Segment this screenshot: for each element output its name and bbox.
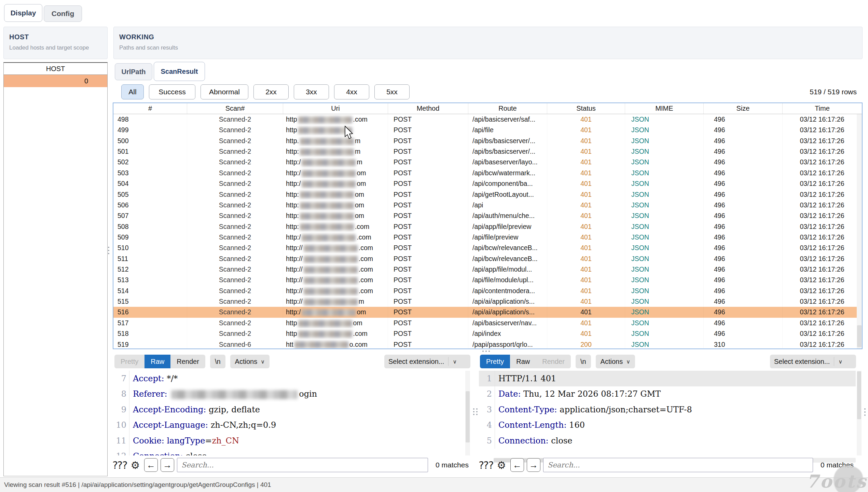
tab-config[interactable]: Config [44,5,82,22]
table-row-505[interactable]: 505Scanned-2http:omPOST/api/getRootLayou… [113,189,862,200]
filter-button-3xx[interactable]: 3xx [294,84,329,99]
line-number: 2 [479,389,495,399]
table-row-499[interactable]: 499Scanned-2httpPOST/api/file401JSON4960… [113,125,862,135]
filter-button-2xx[interactable]: 2xx [253,84,289,99]
table-row-512[interactable]: 512Scanned-2http://.comPOST/api/app/file… [113,264,862,275]
cell-mime: JSON [625,296,704,307]
tab-urlpath[interactable]: UrlPath [115,63,152,80]
request-tab-pretty[interactable]: Pretty [114,355,144,368]
column-header-size[interactable]: Size [704,103,783,114]
help-icon[interactable]: ⁇︎? [480,459,493,471]
response-search-input[interactable] [543,458,813,472]
response-select-extension-button[interactable]: Select extension... ∨ [770,355,856,368]
table-scroll-thumb[interactable] [857,325,862,347]
cell-uri: http.com [283,328,388,339]
response-scroll-thumb[interactable] [857,371,861,419]
response-line-2: 2Date: Thu, 12 Mar 2026 08:17:27 GMT [479,386,856,402]
panel-splitter-handle[interactable] [108,247,109,254]
column-header-time[interactable]: Time [783,103,862,114]
request-search-input[interactable] [177,458,428,472]
tab-scanresult[interactable]: ScanResult [154,62,205,81]
request-actions-button[interactable]: Actions∨ [230,355,270,368]
column-header-route[interactable]: Route [468,103,547,114]
editors-splitter-handle[interactable] [473,408,478,415]
table-row-518[interactable]: 518Scanned-2http.comPOST/api/index401JSO… [113,328,862,339]
redacted-uri-blur [300,149,354,155]
chevron-down-icon: ∨ [838,358,842,365]
help-icon[interactable]: ⁇︎? [114,459,126,471]
host-list-row[interactable]: 0 [4,75,107,87]
request-editor-content[interactable]: 7Accept: */*8Referer: ogin9Accept-Encodi… [113,371,472,455]
cell-size: 496 [704,275,783,285]
filter-button-abnormal[interactable]: Abnormal [201,84,248,99]
table-vertical-scrollbar[interactable] [857,114,862,348]
cell-size: 496 [704,318,783,328]
cell-time: 03/12 16:17:26 [783,232,862,243]
cell-num: 501 [113,146,187,157]
table-row-503[interactable]: 503Scanned-2http:/omPOST/api/bcw/waterma… [113,168,862,178]
search-prev-button[interactable]: ← [510,458,524,472]
request-newline-toggle[interactable]: \n [210,355,225,368]
request-vertical-scrollbar[interactable] [465,371,470,455]
column-header-status[interactable]: Status [547,103,625,114]
filter-button-5xx[interactable]: 5xx [374,84,410,99]
search-next-button[interactable]: → [161,458,174,472]
request-scroll-thumb[interactable] [466,391,470,442]
search-prev-button[interactable]: ← [144,458,158,472]
table-row-501[interactable]: 501Scanned-2http:mPOST/api/bs/basicserve… [113,146,862,157]
response-tab-render[interactable]: Render [536,355,571,368]
table-row-504[interactable]: 504Scanned-2http:/omPOST/api/component/b… [113,178,862,189]
table-row-507[interactable]: 507Scanned-2http:omPOST/api/auth/menu/ch… [113,210,862,221]
table-editor-splitter-handle[interactable] [482,351,490,352]
cell-mime: JSON [625,136,704,146]
table-row-511[interactable]: 511Scanned-2http://.comPOST/api/bcw/rele… [113,254,862,264]
host-suffix-text: 0 [84,77,88,85]
table-row-517[interactable]: 517Scanned-2httpomPOST/api/basicserver/n… [113,318,862,328]
search-next-button[interactable]: → [527,458,540,472]
table-row-509[interactable]: 509Scanned-2http:/.comPOST/api/file/prev… [113,232,862,243]
table-row-508[interactable]: 508Scanned-2http:.comPOST/api/app/file/p… [113,221,862,232]
response-newline-toggle[interactable]: \n [576,355,591,368]
right-edge-splitter-handle[interactable] [864,408,866,416]
cell-route: /api/bcw/relevanceB... [468,243,547,253]
cell-method: POST [388,189,468,200]
column-header-method[interactable]: Method [388,103,468,114]
table-row-515[interactable]: 515Scanned-2http://mPOST/api/ai/applicat… [113,296,862,307]
chevron-down-icon: ∨ [453,358,457,365]
cell-mime: JSON [625,210,704,221]
column-header-mime[interactable]: MIME [625,103,704,114]
request-select-extension-button[interactable]: Select extension... ∨ [384,355,470,368]
column-header-scannum[interactable]: Scan# [187,103,283,114]
table-row-502[interactable]: 502Scanned-2http:/mPOST/api/baseserver/l… [113,157,862,167]
table-row-513[interactable]: 513Scanned-2http://.comPOST/api/file/mod… [113,275,862,285]
filter-button-4xx[interactable]: 4xx [334,84,369,99]
cell-route: /api/bs/basicserver/... [468,136,547,146]
tab-display[interactable]: Display [4,4,42,22]
response-vertical-scrollbar[interactable] [857,371,862,455]
table-row-510[interactable]: 510Scanned-2http://.comPOST/api/bcw/rele… [113,243,862,253]
response-editor-content[interactable]: 1HTTP/1.1 4012Date: Thu, 12 Mar 2026 08:… [479,371,856,455]
response-tab-pretty[interactable]: Pretty [480,355,510,368]
cell-status: 200 [547,339,625,349]
table-row-506[interactable]: 506Scanned-2http:omPOST/api401JSON49603/… [113,200,862,210]
table-row-514[interactable]: 514Scanned-2http://.comPOST/api/contentm… [113,286,862,296]
filter-button-all[interactable]: All [121,84,144,99]
cell-mime: JSON [625,125,704,135]
gear-icon[interactable]: ⚙︎ [495,459,508,471]
request-tab-render[interactable]: Render [170,355,205,368]
cell-status: 401 [547,286,625,296]
gear-icon[interactable]: ⚙︎ [129,459,141,471]
table-row-519[interactable]: 519Scanned-6htto.comPOST/papi/passport/q… [113,339,862,349]
request-tab-raw[interactable]: Raw [144,355,170,368]
column-header-uri[interactable]: Uri [283,103,388,114]
filter-button-success[interactable]: Success [149,84,195,99]
response-tab-raw[interactable]: Raw [510,355,536,368]
table-row-516[interactable]: 516Scanned-2http:/omPOST/api/ai/applicat… [113,307,862,317]
table-row-500[interactable]: 500Scanned-2http.mPOST/api/bs/basicserve… [113,136,862,146]
response-actions-button[interactable]: Actions∨ [596,355,635,368]
column-header-num[interactable]: # [113,103,187,114]
line-number: 5 [479,436,495,446]
table-row-498[interactable]: 498Scanned-2http.comPOST/api/basicserver… [113,114,862,125]
cell-mime: JSON [625,200,704,210]
cell-method: POST [388,339,468,349]
